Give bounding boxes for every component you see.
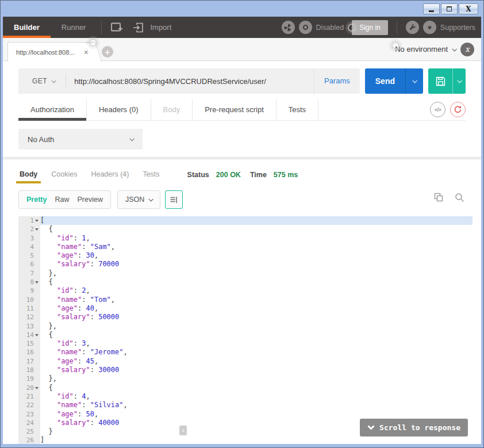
fold-toggle-icon[interactable]: [34, 331, 40, 339]
code-line: },: [40, 269, 473, 278]
line-number: 5: [30, 251, 34, 260]
request-tab[interactable]: http://localhost:808... ×: [7, 42, 94, 62]
line-number: 1: [30, 216, 34, 225]
line-number: 4: [30, 243, 34, 251]
close-button[interactable]: X: [459, 3, 478, 14]
url-input[interactable]: http://localhost:8080/Spring4MVCCRUDRest…: [66, 77, 314, 86]
status-label: Status: [187, 171, 209, 179]
code-line: "id": 3,: [40, 339, 473, 348]
import-icon[interactable]: [133, 22, 144, 33]
view-preview-button[interactable]: Preview: [77, 196, 102, 204]
fold-spacer: [34, 401, 40, 409]
code-line: "id": 4,: [40, 392, 473, 401]
sync-icon[interactable]: [282, 21, 295, 34]
fold-spacer: [34, 260, 40, 269]
method-dropdown[interactable]: GET: [18, 77, 66, 85]
wrap-lines-button[interactable]: [165, 190, 183, 209]
fold-toggle-icon[interactable]: [34, 278, 40, 286]
tab-body[interactable]: Body: [151, 99, 193, 120]
header-right-group: Disabled Sign in ♥ Supporters: [282, 20, 476, 35]
scroll-to-response-button[interactable]: Scroll to response: [360, 419, 468, 436]
new-request-tab-button[interactable]: +: [102, 46, 113, 58]
chevron-down-icon[interactable]: [452, 47, 456, 51]
copy-icon[interactable]: [434, 193, 444, 202]
tools-icon[interactable]: [406, 21, 419, 34]
time-label: Time: [250, 171, 267, 179]
new-tab-icon[interactable]: [111, 22, 124, 33]
supporters-label[interactable]: Supporters: [440, 24, 475, 32]
params-button[interactable]: Params: [314, 68, 360, 94]
fold-spacer: [34, 322, 40, 331]
maximize-button[interactable]: [441, 3, 458, 14]
code-line: "id": 2,: [40, 286, 473, 295]
tab-headers[interactable]: Headers (0): [87, 99, 151, 120]
fold-toggle-icon[interactable]: [34, 384, 40, 392]
line-number: 8: [30, 278, 34, 286]
save-options-button[interactable]: [452, 68, 466, 94]
status-value: 200 OK: [216, 171, 241, 179]
tab-authorization[interactable]: Authorization: [18, 99, 87, 120]
fold-toggle-icon[interactable]: [34, 225, 40, 233]
header-divider: [397, 21, 397, 34]
url-box: GET http://localhost:8080/Spring4MVCCRUD…: [18, 68, 360, 94]
sync-disabled-icon[interactable]: [299, 21, 312, 34]
code-line: },: [40, 374, 473, 383]
maximize-icon: [447, 6, 452, 12]
response-tab-body[interactable]: Body: [18, 167, 39, 183]
tab-tests[interactable]: Tests: [276, 99, 318, 120]
auth-type-dropdown[interactable]: No Auth: [18, 129, 143, 150]
main-header: Builder Runner Import Disabled Sign in: [3, 17, 481, 38]
line-number: 6: [30, 260, 34, 269]
generate-code-icon[interactable]: </>: [430, 102, 445, 117]
fold-spacer: [34, 374, 40, 383]
close-tab-icon[interactable]: ×: [84, 48, 89, 56]
environment-selector[interactable]: No environment: [395, 45, 448, 53]
line-number: 20: [26, 384, 34, 392]
line-number: 17: [26, 357, 34, 366]
save-button[interactable]: [428, 68, 452, 94]
response-tab-cookies[interactable]: Cookies: [50, 167, 78, 183]
heart-icon[interactable]: ♥: [423, 21, 436, 34]
request-section-tabs: Authorization Headers (0) Body Pre-reque…: [18, 99, 466, 121]
view-pretty-button[interactable]: Pretty: [26, 196, 47, 204]
send-options-button[interactable]: [405, 68, 423, 94]
viewbar-right-icons: [434, 193, 464, 202]
search-icon[interactable]: [455, 193, 464, 202]
view-raw-button[interactable]: Raw: [55, 196, 69, 204]
fold-toggle-icon[interactable]: [34, 216, 40, 225]
send-button[interactable]: Send: [365, 68, 405, 94]
app-window: X Builder Runner Import Disabled Sign in: [0, 0, 484, 448]
format-value: JSON: [125, 196, 144, 204]
reset-icon[interactable]: [450, 102, 466, 117]
hint-ripple-icon: [391, 41, 400, 49]
import-label[interactable]: Import: [150, 23, 171, 32]
minimize-button[interactable]: [423, 3, 440, 14]
chevron-right-scroll-icon[interactable]: ›: [179, 426, 187, 435]
line-number: 18: [26, 366, 34, 374]
response-tab-headers[interactable]: Headers (4): [90, 167, 130, 183]
line-number: 14: [26, 331, 34, 339]
fold-spacer: [34, 269, 40, 278]
fold-spacer: [34, 296, 40, 304]
tab-pre-request-script[interactable]: Pre-request script: [193, 99, 276, 120]
floppy-icon: [435, 76, 446, 87]
sign-in-button[interactable]: Sign in: [352, 20, 388, 35]
line-number: 10: [26, 296, 34, 304]
sync-status-label: Disabled: [316, 24, 344, 32]
response-editor[interactable]: 1234567891011121314151617181920212223242…: [18, 215, 479, 444]
environment-quick-look-icon[interactable]: x: [460, 43, 474, 56]
response-tab-tests[interactable]: Tests: [141, 167, 160, 183]
runner-tab[interactable]: Runner: [51, 17, 97, 38]
line-number: 11: [26, 304, 34, 313]
method-value: GET: [32, 77, 47, 85]
builder-tab[interactable]: Builder: [3, 17, 51, 38]
fold-spacer: [34, 357, 40, 366]
request-tab-title: http://localhost:808...: [16, 49, 80, 56]
line-number: 24: [26, 419, 34, 427]
format-dropdown[interactable]: JSON: [117, 190, 160, 209]
fold-spacer: [34, 313, 40, 321]
code-line: },: [40, 322, 473, 331]
view-toggle-group: Pretty Raw Preview: [18, 190, 111, 209]
minimize-icon: [429, 10, 434, 12]
code-line: ]: [40, 436, 473, 444]
